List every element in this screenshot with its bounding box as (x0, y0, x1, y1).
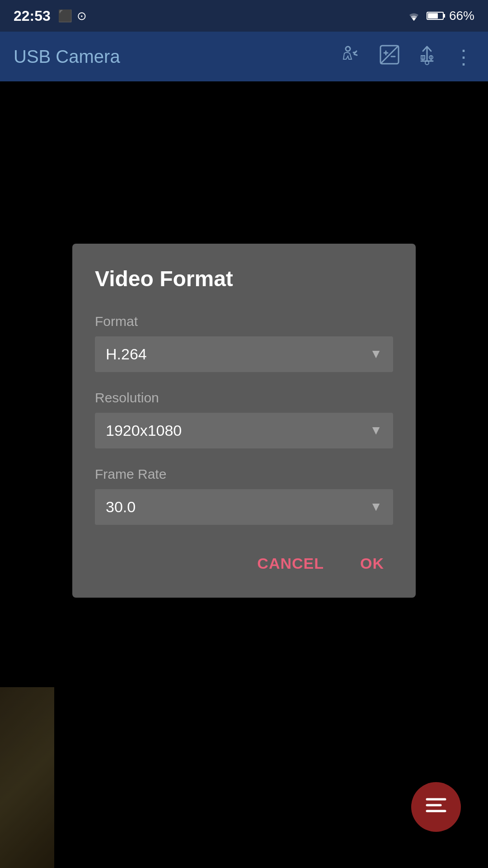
main-content: Video Format Format H.264 ▼ Resolution 1… (0, 81, 488, 868)
fab-button[interactable] (411, 782, 461, 832)
video-record-icon: ⬛ (58, 9, 72, 23)
app-title: USB Camera (14, 47, 322, 67)
status-bar-left: 22:53 ⬛ ⊙ (14, 8, 87, 24)
dialog-actions: CANCEL OK (95, 543, 393, 580)
format-label: Format (95, 314, 393, 329)
frame-rate-dropdown[interactable]: 30.0 ▼ (95, 489, 393, 525)
svg-line-8 (380, 46, 399, 64)
battery-percentage: 66% (449, 9, 474, 23)
svg-point-3 (346, 47, 350, 51)
format-chevron-icon: ▼ (370, 347, 382, 361)
dialog-overlay: Video Format Format H.264 ▼ Resolution 1… (0, 81, 488, 868)
dialog-title: Video Format (95, 266, 393, 291)
resolution-label: Resolution (95, 390, 393, 406)
resolution-dropdown[interactable]: 868x488 ▼ (95, 413, 393, 448)
video-format-dialog: Video Format Format H.264 ▼ Resolution 1… (72, 244, 416, 598)
status-icons: ⬛ ⊙ (58, 9, 87, 23)
menu-lines-icon (424, 796, 448, 819)
more-icon[interactable]: ⋮ (454, 45, 474, 68)
status-time: 22:53 (14, 8, 51, 24)
svg-rect-2 (428, 13, 438, 19)
usb-icon[interactable] (417, 44, 437, 70)
frame-rate-chevron-icon: ▼ (370, 500, 382, 514)
ok-button[interactable]: OK (351, 547, 393, 580)
frame-rate-label: Frame Rate (95, 467, 393, 482)
record-dot-icon: ⊙ (77, 9, 87, 23)
battery-icon (427, 11, 446, 21)
status-bar: 22:53 ⬛ ⊙ 66% (0, 0, 488, 32)
frame-rate-value: 30.0 (106, 498, 136, 516)
person-motion-icon[interactable] (340, 43, 362, 70)
format-value: H.264 (106, 345, 147, 363)
app-bar-actions: ⋮ (340, 43, 474, 70)
app-bar: USB Camera (0, 32, 488, 81)
format-dropdown[interactable]: H.264 ▼ (95, 336, 393, 372)
exposure-icon[interactable] (379, 44, 400, 70)
wifi-icon (404, 8, 424, 24)
resolution-value: 868x488 (106, 422, 182, 439)
status-bar-right: 66% (404, 8, 474, 24)
cancel-button[interactable]: CANCEL (248, 547, 333, 580)
resolution-chevron-icon: ▼ (370, 423, 382, 438)
svg-rect-1 (443, 14, 445, 18)
